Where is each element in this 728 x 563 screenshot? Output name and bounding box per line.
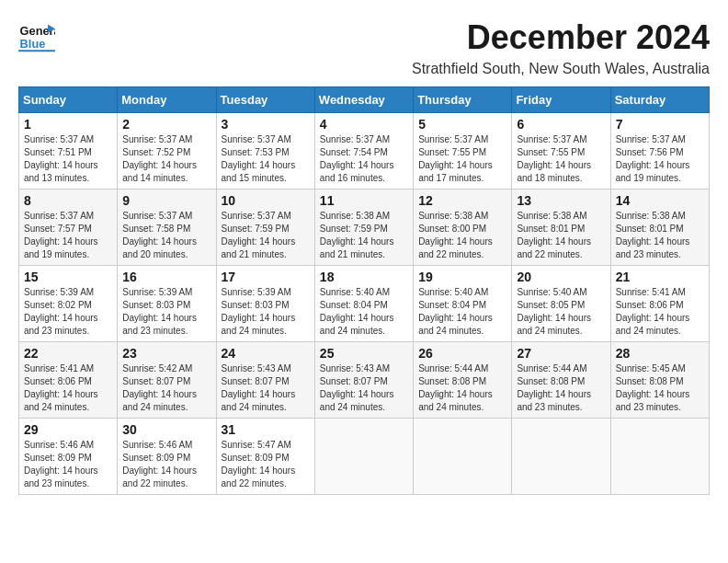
table-row <box>610 419 709 495</box>
day-info: Sunrise: 5:40 AMSunset: 8:05 PMDaylight:… <box>517 286 605 338</box>
table-row <box>512 419 610 495</box>
table-row: 27Sunrise: 5:44 AMSunset: 8:08 PMDayligh… <box>512 342 610 419</box>
day-info: Sunrise: 5:37 AMSunset: 7:54 PMDaylight:… <box>320 133 408 185</box>
col-sunday: Sunday <box>19 87 118 113</box>
day-number: 21 <box>616 270 704 284</box>
table-row: 14Sunrise: 5:38 AMSunset: 8:01 PMDayligh… <box>610 190 709 266</box>
day-number: 3 <box>222 117 310 132</box>
day-info: Sunrise: 5:37 AMSunset: 7:53 PMDaylight:… <box>222 133 310 185</box>
table-row <box>414 419 512 495</box>
day-info: Sunrise: 5:37 AMSunset: 7:58 PMDaylight:… <box>122 210 210 261</box>
table-row: 10Sunrise: 5:37 AMSunset: 7:59 PMDayligh… <box>216 190 314 266</box>
day-number: 23 <box>122 346 210 361</box>
col-monday: Monday <box>118 87 216 113</box>
day-number: 4 <box>320 117 408 132</box>
day-info: Sunrise: 5:38 AMSunset: 8:01 PMDaylight:… <box>517 210 605 261</box>
calendar-table: Sunday Monday Tuesday Wednesday Thursday… <box>18 86 710 495</box>
day-number: 2 <box>122 117 210 132</box>
calendar-week-row: 29Sunrise: 5:46 AMSunset: 8:09 PMDayligh… <box>19 419 710 495</box>
day-info: Sunrise: 5:43 AMSunset: 8:07 PMDaylight:… <box>320 362 408 414</box>
table-row: 2Sunrise: 5:37 AMSunset: 7:52 PMDaylight… <box>118 113 216 190</box>
day-number: 13 <box>517 193 605 208</box>
table-row: 11Sunrise: 5:38 AMSunset: 7:59 PMDayligh… <box>314 190 413 266</box>
day-info: Sunrise: 5:40 AMSunset: 8:04 PMDaylight:… <box>418 286 506 338</box>
day-info: Sunrise: 5:38 AMSunset: 7:59 PMDaylight:… <box>320 210 408 261</box>
day-number: 30 <box>122 422 210 437</box>
day-info: Sunrise: 5:44 AMSunset: 8:08 PMDaylight:… <box>418 362 506 414</box>
day-number: 19 <box>418 270 506 284</box>
table-row: 19Sunrise: 5:40 AMSunset: 8:04 PMDayligh… <box>414 266 512 342</box>
day-number: 26 <box>418 346 506 361</box>
day-number: 16 <box>122 270 210 284</box>
day-number: 29 <box>24 422 112 437</box>
calendar-week-row: 22Sunrise: 5:41 AMSunset: 8:06 PMDayligh… <box>19 342 710 419</box>
day-number: 9 <box>122 193 210 208</box>
table-row: 22Sunrise: 5:41 AMSunset: 8:06 PMDayligh… <box>19 342 118 419</box>
table-row: 6Sunrise: 5:37 AMSunset: 7:55 PMDaylight… <box>512 113 610 190</box>
table-row: 28Sunrise: 5:45 AMSunset: 8:08 PMDayligh… <box>610 342 709 419</box>
day-number: 7 <box>616 117 704 132</box>
day-number: 24 <box>222 346 310 361</box>
calendar-week-row: 8Sunrise: 5:37 AMSunset: 7:57 PMDaylight… <box>19 190 710 266</box>
day-info: Sunrise: 5:37 AMSunset: 7:57 PMDaylight:… <box>24 210 112 261</box>
table-row: 21Sunrise: 5:41 AMSunset: 8:06 PMDayligh… <box>610 266 709 342</box>
day-number: 14 <box>616 193 704 208</box>
table-row: 15Sunrise: 5:39 AMSunset: 8:02 PMDayligh… <box>19 266 118 342</box>
table-row: 18Sunrise: 5:40 AMSunset: 8:04 PMDayligh… <box>314 266 413 342</box>
calendar-header-row: Sunday Monday Tuesday Wednesday Thursday… <box>19 87 710 113</box>
day-number: 22 <box>24 346 112 361</box>
day-info: Sunrise: 5:39 AMSunset: 8:03 PMDaylight:… <box>122 286 210 338</box>
day-number: 20 <box>517 270 605 284</box>
col-saturday: Saturday <box>610 87 709 113</box>
day-info: Sunrise: 5:45 AMSunset: 8:08 PMDaylight:… <box>616 362 704 414</box>
day-number: 31 <box>222 422 310 437</box>
calendar-week-row: 15Sunrise: 5:39 AMSunset: 8:02 PMDayligh… <box>19 266 710 342</box>
page-header: General Blue December 2024 Strathfield S… <box>18 18 710 77</box>
table-row: 5Sunrise: 5:37 AMSunset: 7:55 PMDaylight… <box>414 113 512 190</box>
day-info: Sunrise: 5:46 AMSunset: 8:09 PMDaylight:… <box>122 439 210 490</box>
table-row: 4Sunrise: 5:37 AMSunset: 7:54 PMDaylight… <box>314 113 413 190</box>
col-wednesday: Wednesday <box>314 87 413 113</box>
day-info: Sunrise: 5:37 AMSunset: 7:55 PMDaylight:… <box>517 133 605 185</box>
subtitle: Strathfield South, New South Wales, Aust… <box>412 61 710 77</box>
day-number: 10 <box>222 193 310 208</box>
col-thursday: Thursday <box>414 87 512 113</box>
day-info: Sunrise: 5:37 AMSunset: 7:52 PMDaylight:… <box>122 133 210 185</box>
table-row: 17Sunrise: 5:39 AMSunset: 8:03 PMDayligh… <box>216 266 314 342</box>
day-number: 6 <box>517 117 605 132</box>
table-row: 24Sunrise: 5:43 AMSunset: 8:07 PMDayligh… <box>216 342 314 419</box>
table-row: 8Sunrise: 5:37 AMSunset: 7:57 PMDaylight… <box>19 190 118 266</box>
day-info: Sunrise: 5:38 AMSunset: 8:01 PMDaylight:… <box>616 210 704 261</box>
table-row: 16Sunrise: 5:39 AMSunset: 8:03 PMDayligh… <box>118 266 216 342</box>
day-number: 28 <box>616 346 704 361</box>
day-info: Sunrise: 5:38 AMSunset: 8:00 PMDaylight:… <box>418 210 506 261</box>
table-row: 23Sunrise: 5:42 AMSunset: 8:07 PMDayligh… <box>118 342 216 419</box>
day-number: 27 <box>517 346 605 361</box>
title-section: December 2024 Strathfield South, New Sou… <box>412 18 710 77</box>
day-number: 18 <box>320 270 408 284</box>
day-info: Sunrise: 5:37 AMSunset: 7:59 PMDaylight:… <box>222 210 310 261</box>
main-title: December 2024 <box>412 18 710 57</box>
table-row: 1Sunrise: 5:37 AMSunset: 7:51 PMDaylight… <box>19 113 118 190</box>
day-info: Sunrise: 5:40 AMSunset: 8:04 PMDaylight:… <box>320 286 408 338</box>
svg-text:Blue: Blue <box>20 37 46 51</box>
table-row: 30Sunrise: 5:46 AMSunset: 8:09 PMDayligh… <box>118 419 216 495</box>
day-info: Sunrise: 5:39 AMSunset: 8:02 PMDaylight:… <box>24 286 112 338</box>
day-info: Sunrise: 5:41 AMSunset: 8:06 PMDaylight:… <box>24 362 112 414</box>
day-number: 25 <box>320 346 408 361</box>
day-info: Sunrise: 5:39 AMSunset: 8:03 PMDaylight:… <box>222 286 310 338</box>
day-number: 12 <box>418 193 506 208</box>
table-row: 25Sunrise: 5:43 AMSunset: 8:07 PMDayligh… <box>314 342 413 419</box>
day-info: Sunrise: 5:44 AMSunset: 8:08 PMDaylight:… <box>517 362 605 414</box>
day-number: 17 <box>222 270 310 284</box>
table-row: 13Sunrise: 5:38 AMSunset: 8:01 PMDayligh… <box>512 190 610 266</box>
table-row: 31Sunrise: 5:47 AMSunset: 8:09 PMDayligh… <box>216 419 314 495</box>
day-info: Sunrise: 5:43 AMSunset: 8:07 PMDaylight:… <box>222 362 310 414</box>
day-info: Sunrise: 5:42 AMSunset: 8:07 PMDaylight:… <box>122 362 210 414</box>
day-info: Sunrise: 5:46 AMSunset: 8:09 PMDaylight:… <box>24 439 112 490</box>
logo: General Blue <box>18 18 59 55</box>
day-number: 8 <box>24 193 112 208</box>
day-info: Sunrise: 5:37 AMSunset: 7:51 PMDaylight:… <box>24 133 112 185</box>
day-info: Sunrise: 5:37 AMSunset: 7:55 PMDaylight:… <box>418 133 506 185</box>
table-row: 3Sunrise: 5:37 AMSunset: 7:53 PMDaylight… <box>216 113 314 190</box>
